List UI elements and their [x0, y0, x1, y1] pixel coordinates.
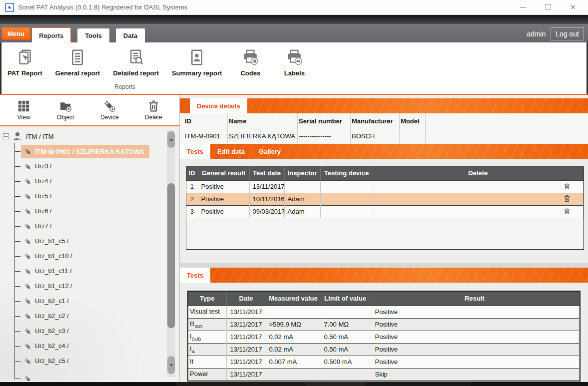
- device-id-value: ITM-M-0901: [184, 128, 228, 143]
- tab-tests[interactable]: Tests: [180, 144, 210, 159]
- tree-item[interactable]: Urz3 /: [0, 159, 179, 174]
- tab-reports[interactable]: Reports: [31, 27, 71, 42]
- tree-item[interactable]: Urz_b2_c3 /: [0, 324, 179, 339]
- tree-item[interactable]: Urz_b1_c10 /: [0, 249, 179, 264]
- plug-add-icon: [103, 99, 116, 113]
- add-device-button[interactable]: Device: [100, 99, 119, 121]
- test-row-selected[interactable]: 2 Positive 10/11/2016 Adam: [186, 193, 584, 205]
- delete-test-button[interactable]: [563, 206, 571, 217]
- tree-item[interactable]: Urz6 /: [0, 204, 179, 219]
- plug-icon: [23, 327, 32, 336]
- plug-icon: [23, 207, 32, 216]
- tab-data[interactable]: Data: [116, 28, 145, 42]
- tree-item[interactable]: Urz_b1_c12 /: [0, 279, 179, 294]
- device-info-grid: ID Name Serial number Manufacturer Model…: [180, 113, 588, 144]
- col-measured-value: Measured value: [266, 292, 321, 306]
- general-report-button[interactable]: General report: [55, 48, 100, 77]
- tree-item[interactable]: Urz_b2_c5 /: [0, 354, 179, 369]
- col-result: Result: [370, 292, 580, 306]
- window-title: Sonel PAT Analysis (0.0.1.8) Registered …: [18, 3, 187, 11]
- col-inspector: Inspector: [284, 166, 320, 180]
- tree-item[interactable]: Urz_b1_c11 /: [0, 264, 179, 279]
- col-test-date: Test date: [249, 166, 284, 180]
- title-bar: Sonel PAT Analysis (0.0.1.8) Registered …: [0, 0, 588, 15]
- scroll-down-button[interactable]: [167, 356, 175, 374]
- plug-icon: [23, 357, 32, 366]
- scroll-up-button[interactable]: [167, 131, 175, 148]
- col-id: ID: [186, 166, 198, 180]
- maximize-icon[interactable]: [546, 4, 551, 9]
- delete-button[interactable]: Delete: [145, 99, 162, 121]
- col-limit-of-value: Limit of value: [321, 292, 370, 306]
- tab-gallery[interactable]: Gallery: [252, 144, 288, 159]
- ribbon-group-label: Reports: [1, 83, 248, 90]
- device-tree: – ITM / ITM ITM-M-0901 / SZLIFIERKA KĄTO…: [0, 126, 179, 381]
- tree-collapse-icon[interactable]: –: [3, 133, 9, 139]
- test-details-tab[interactable]: Tests: [180, 268, 210, 283]
- tree-toolbar: View Object Device Delete: [0, 95, 179, 126]
- device-name-value: SZLIFIERKA KĄTOWA: [228, 128, 298, 143]
- tab-edit-data[interactable]: Edit data: [210, 144, 252, 159]
- plug-icon: [23, 312, 32, 321]
- detail-row: Visual test 13/11/2017 Positive: [188, 306, 580, 318]
- col-general-result: General result: [198, 166, 249, 180]
- detail-row: Power 13/11/2017 Skip: [188, 368, 580, 381]
- tests-table: ID General result Test date Inspector Te…: [186, 166, 584, 218]
- col-date: Date: [226, 292, 266, 306]
- tree-root-item[interactable]: – ITM / ITM: [0, 129, 179, 144]
- test-details-header-bar: Tests: [180, 268, 588, 283]
- logout-button[interactable]: Log out: [551, 27, 584, 40]
- tree-item[interactable]: Urz5 /: [0, 189, 179, 204]
- delete-test-button[interactable]: [563, 194, 571, 205]
- test-row[interactable]: 3 Positive 09/03/2017 Adam: [186, 205, 584, 218]
- menu-button[interactable]: Menu: [1, 27, 30, 40]
- tree-item[interactable]: Urz_b2_c4 /: [0, 339, 179, 354]
- detailed-report-icon: [127, 48, 145, 66]
- app-icon: [5, 3, 14, 12]
- app-window: Sonel PAT Analysis (0.0.1.8) Registered …: [0, 0, 588, 386]
- tree-item[interactable]: Urz_b2_c1 /: [0, 294, 179, 309]
- trash-icon: [563, 181, 571, 191]
- minimize-icon[interactable]: —: [519, 3, 527, 11]
- logged-user-label: admin: [527, 30, 546, 38]
- labels-button[interactable]: Labels: [279, 48, 310, 77]
- grid-view-icon: [17, 99, 30, 113]
- add-object-button[interactable]: Object: [57, 99, 74, 121]
- tab-tools[interactable]: Tools: [77, 28, 109, 42]
- col-delete: Delete: [373, 166, 584, 180]
- tests-list-panel: ID General result Test date Inspector Te…: [180, 166, 588, 263]
- tree-item-selected[interactable]: ITM-M-0901 / SZLIFIERKA KĄTOWA: [0, 144, 179, 159]
- device-col-serial: Serial number: [298, 113, 351, 128]
- tree-item-partial[interactable]: [0, 371, 179, 381]
- device-details-tab[interactable]: Device details: [190, 98, 247, 113]
- codes-printer-icon: [241, 48, 259, 66]
- device-details-header-bar: Device details: [180, 98, 588, 113]
- tree-item[interactable]: Urz_b2_c2 /: [0, 309, 179, 324]
- plug-icon: [23, 342, 32, 351]
- detail-row: IΔ 13/11/2017 0.02 mA 0.50 mA Positive: [188, 343, 580, 356]
- tree-item[interactable]: Urz_b1_c5 /: [0, 234, 179, 249]
- test-details-table: Type Date Measured value Limit of value …: [188, 292, 580, 381]
- pat-report-button[interactable]: PAT Report: [7, 48, 42, 77]
- summary-report-button[interactable]: Summary report: [172, 48, 222, 77]
- device-serial-value: ---------------: [298, 128, 351, 143]
- plug-icon: [23, 222, 32, 231]
- view-button[interactable]: View: [17, 99, 30, 121]
- labels-printer-icon: [285, 48, 303, 66]
- detail-row: ISUB 13/11/2017 0.02 mA 0.50 mA Positive: [188, 331, 580, 343]
- device-col-name: Name: [228, 113, 298, 128]
- scrollbar-thumb[interactable]: [167, 183, 175, 328]
- tree-item[interactable]: Urz4 /: [0, 174, 179, 189]
- test-row[interactable]: 1 Positive 13/11/2017: [186, 180, 584, 193]
- detailed-report-button[interactable]: Detailed report: [113, 48, 159, 77]
- plug-icon: [23, 252, 32, 261]
- tree-item[interactable]: Urz7 /: [0, 219, 179, 234]
- plug-icon: [23, 267, 32, 276]
- device-details-panel: Device details ID Name Serial number Man…: [180, 95, 588, 382]
- codes-button[interactable]: Codes: [235, 48, 266, 77]
- delete-test-button[interactable]: [563, 181, 571, 192]
- tree-scrollbar[interactable]: [167, 130, 175, 377]
- test-details-panel: Type Date Measured value Limit of value …: [180, 291, 588, 386]
- plug-icon: [23, 237, 32, 246]
- close-icon[interactable]: ✕: [569, 3, 577, 11]
